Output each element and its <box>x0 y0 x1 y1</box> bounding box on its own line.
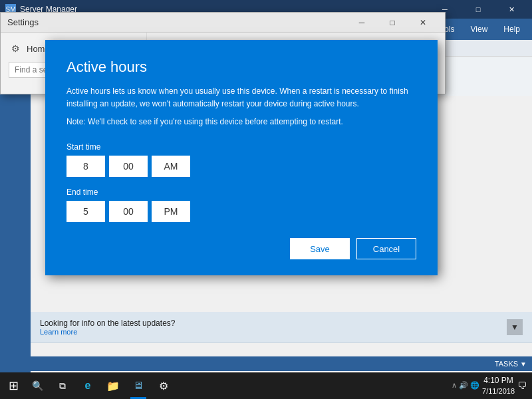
taskbar-folder[interactable]: 📁 <box>101 372 125 399</box>
tray-icons: ∧ 🔊 🌐 <box>452 381 479 390</box>
windows-logo-icon: ⊞ <box>9 378 19 393</box>
taskbar-apps: ⧉ e 📁 🖥 ⚙ <box>51 372 176 399</box>
taskbar-settings[interactable]: ⚙ <box>152 372 176 399</box>
ah-start-minutes[interactable]: 00 <box>109 156 148 177</box>
settings-home-icon: ⚙ <box>11 43 20 54</box>
ah-start-time-section: Start time 8 00 AM <box>66 142 416 177</box>
ah-end-hour[interactable]: 5 <box>66 201 105 222</box>
sm-help-btn[interactable]: Help <box>497 22 527 37</box>
ah-start-inputs: 8 00 AM <box>66 156 416 177</box>
ah-description: Active hours lets us know when you usual… <box>66 85 416 110</box>
server-manager-icon: 🖥 <box>133 380 144 392</box>
ah-start-label: Start time <box>66 142 416 152</box>
ah-start-period[interactable]: AM <box>152 156 190 177</box>
settings-close-btn[interactable]: ✕ <box>408 13 438 33</box>
sm-close-btn[interactable]: ✕ <box>496 0 527 19</box>
ah-end-inputs: 5 00 PM <box>66 201 416 222</box>
ah-end-period[interactable]: PM <box>152 201 190 222</box>
notification-icon[interactable]: 🗨 <box>517 380 527 391</box>
taskbar-date: 7/11/2018 <box>482 386 515 396</box>
settings-window-controls: ─ □ ✕ <box>346 13 438 33</box>
sm-view-btn[interactable]: View <box>464 22 495 37</box>
ah-save-button[interactable]: Save <box>290 238 350 259</box>
settings-title: Settings <box>7 17 346 27</box>
taskbar-search-button[interactable]: 🔍 <box>27 372 48 399</box>
taskbar-server-manager[interactable]: 🖥 <box>126 372 150 399</box>
ah-end-time-section: End time 5 00 PM <box>66 188 416 222</box>
taskbar-time: 4:10 PM <box>482 376 515 386</box>
settings-taskbar-icon: ⚙ <box>159 380 168 392</box>
expand-button[interactable]: ▼ <box>507 319 523 335</box>
active-hours-dialog: Active hours Active hours lets us know w… <box>45 40 438 275</box>
taskbar-ie[interactable]: e <box>76 372 100 399</box>
learn-more-link[interactable]: Learn more <box>40 328 175 336</box>
settings-titlebar: Settings ─ □ ✕ <box>1 13 445 33</box>
settings-minimize-btn[interactable]: ─ <box>346 13 377 33</box>
ah-end-minutes[interactable]: 00 <box>109 201 148 222</box>
settings-maximize-btn[interactable]: □ <box>377 13 408 33</box>
ah-button-row: Save Cancel <box>66 238 416 259</box>
taskbar-task-view[interactable]: ⧉ <box>51 372 74 399</box>
taskbar-search-icon: 🔍 <box>32 380 43 391</box>
sm-maximize-btn[interactable]: □ <box>463 0 493 19</box>
taskbar-clock[interactable]: 4:10 PM 7/11/2018 <box>482 376 515 396</box>
event-log-header: TASKS ▼ <box>31 356 532 371</box>
looking-section: Looking for info on the latest updates? … <box>31 312 532 343</box>
ah-cancel-button[interactable]: Cancel <box>356 238 416 259</box>
ah-start-hour[interactable]: 8 <box>66 156 105 177</box>
tasks-label-bottom: TASKS <box>495 360 518 368</box>
folder-icon: 📁 <box>106 380 120 392</box>
ah-note: Note: We'll check to see if you're using… <box>66 117 416 126</box>
ah-end-label: End time <box>66 188 416 197</box>
tasks-dropdown-bottom[interactable]: ▼ <box>520 360 527 368</box>
task-view-icon: ⧉ <box>59 380 66 392</box>
taskbar-start-button[interactable]: ⊞ <box>0 372 27 399</box>
ie-icon: e <box>85 380 91 392</box>
taskbar-tray: ∧ 🔊 🌐 4:10 PM 7/11/2018 🗨 <box>452 376 532 396</box>
looking-text: Looking for info on the latest updates? <box>40 319 175 328</box>
ah-title: Active hours <box>66 59 416 76</box>
taskbar: ⊞ 🔍 ⧉ e 📁 🖥 ⚙ ∧ 🔊 🌐 4:10 PM 7/11/2018 🗨 <box>0 372 532 399</box>
